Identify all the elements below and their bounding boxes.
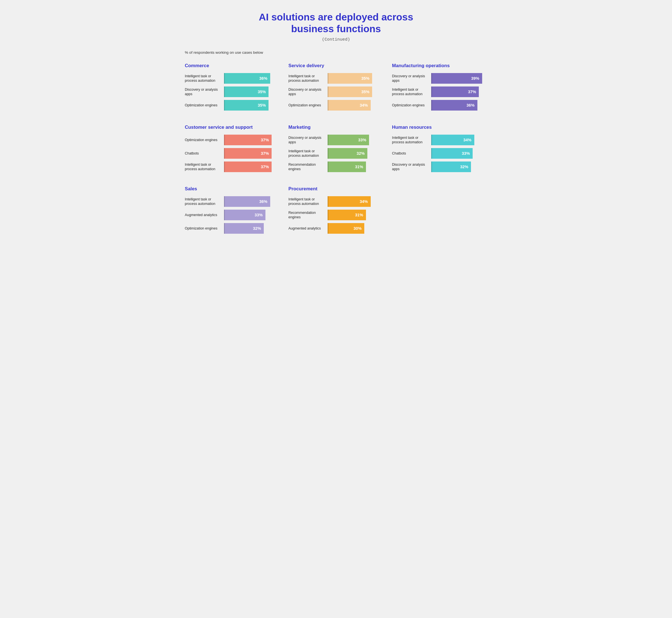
- bar-row: Intelligent task or process automation36…: [185, 196, 280, 207]
- bar-label: Discovery or analysis apps: [392, 74, 431, 83]
- bar: 36%: [224, 196, 270, 207]
- bar-value: 35%: [258, 90, 266, 94]
- bar-container: 30%: [327, 223, 384, 234]
- bar-container: 39%: [431, 73, 487, 84]
- bar-container: 33%: [224, 210, 280, 220]
- section-manufacturing-operations: Manufacturing operationsDiscovery or ana…: [392, 63, 487, 113]
- bar: 34%: [431, 135, 474, 145]
- bar-container: 33%: [431, 148, 487, 159]
- bar-label: Intelligent task or process automation: [288, 149, 327, 158]
- bar: 32%: [224, 223, 264, 234]
- bar-label: Discovery or analysis apps: [288, 135, 327, 144]
- bar-container: 32%: [327, 148, 384, 159]
- bar-label: Optimization engines: [185, 103, 224, 107]
- bar: 35%: [327, 73, 372, 84]
- section-title-customer-service: Customer service and support: [185, 124, 280, 130]
- bar-container: 37%: [224, 162, 280, 172]
- bar-label: Recommendation engines: [288, 210, 327, 219]
- bar-value: 34%: [463, 138, 472, 142]
- bar: 35%: [224, 87, 269, 97]
- page-title: AI solutions are deployed across busines…: [185, 11, 487, 35]
- section-sales: SalesIntelligent task or process automat…: [185, 186, 280, 236]
- bar-container: 36%: [224, 196, 280, 207]
- bar-label: Intelligent task or process automation: [392, 87, 431, 96]
- bar: 34%: [327, 100, 371, 111]
- bar: 30%: [327, 223, 364, 234]
- bar-row: Intelligent task or process automation37…: [392, 87, 487, 97]
- bar-label: Augmented analytics: [185, 213, 224, 217]
- bar-row: Chatbots37%: [185, 148, 280, 159]
- bar-row: Intelligent task or process automation37…: [185, 162, 280, 172]
- section-title-human-resources: Human resources: [392, 124, 487, 130]
- bar-label: Intelligent task or process automation: [392, 135, 431, 144]
- bar-row: Intelligent task or process automation32…: [288, 148, 384, 159]
- bar-row: Augmented analytics30%: [288, 223, 384, 234]
- section-title-sales: Sales: [185, 186, 280, 192]
- bar-row: Discovery or analysis apps33%: [288, 135, 384, 145]
- bar-value: 37%: [261, 151, 269, 156]
- bar-label: Optimization engines: [288, 103, 327, 107]
- bar-label: Optimization engines: [185, 138, 224, 142]
- bar-label: Chatbots: [392, 151, 431, 156]
- bar: 35%: [224, 100, 269, 111]
- subtitle: (Continued): [185, 37, 487, 42]
- bar-label: Intelligent task or process automation: [288, 74, 327, 83]
- bar-container: 37%: [224, 148, 280, 159]
- section-title-service-delivery: Service delivery: [288, 63, 384, 69]
- bar-value: 35%: [361, 90, 369, 94]
- bar-row: Recommendation engines31%: [288, 210, 384, 220]
- bar-value: 37%: [468, 90, 476, 94]
- section-commerce: CommerceIntelligent task or process auto…: [185, 63, 280, 113]
- bar-label: Intelligent task or process automation: [288, 197, 327, 206]
- bar-label: Augmented analytics: [288, 226, 327, 231]
- bar-container: 34%: [327, 196, 384, 207]
- bar: 39%: [431, 73, 482, 84]
- bar-row: Optimization engines32%: [185, 223, 280, 234]
- bar: 36%: [224, 73, 270, 84]
- bar-row: Augmented analytics33%: [185, 210, 280, 220]
- bar-row: Intelligent task or process automation36…: [185, 73, 280, 84]
- bar-row: Recommendation engines31%: [288, 162, 384, 172]
- bar-value: 32%: [253, 226, 261, 231]
- bar-value: 39%: [471, 76, 479, 81]
- bar-value: 32%: [357, 151, 365, 156]
- section-customer-service: Customer service and supportOptimization…: [185, 124, 280, 175]
- bar-row: Discovery or analysis apps39%: [392, 73, 487, 84]
- bar-row: Chatbots33%: [392, 148, 487, 159]
- bar-container: 37%: [431, 87, 487, 97]
- bar-row: Intelligent task or process automation34…: [288, 196, 384, 207]
- sections-grid: CommerceIntelligent task or process auto…: [185, 63, 487, 236]
- bar-container: 32%: [431, 162, 487, 172]
- bar-value: 33%: [462, 151, 470, 156]
- bar-label: Chatbots: [185, 151, 224, 156]
- bar: 35%: [327, 87, 372, 97]
- bar-value: 37%: [261, 165, 269, 169]
- bar-value: 35%: [361, 76, 369, 81]
- bar-value: 31%: [355, 213, 363, 217]
- section-human-resources: Human resourcesIntelligent task or proce…: [392, 124, 487, 175]
- section-procurement: ProcurementIntelligent task or process a…: [288, 186, 384, 236]
- section-service-delivery: Service deliveryIntelligent task or proc…: [288, 63, 384, 113]
- bar-container: 34%: [327, 100, 384, 111]
- bar-label: Recommendation engines: [288, 162, 327, 171]
- bar-row: Optimization engines35%: [185, 100, 280, 111]
- bar-container: 35%: [327, 87, 384, 97]
- bar-value: 33%: [255, 213, 263, 217]
- bar: 33%: [224, 210, 266, 220]
- bar-container: 33%: [327, 135, 384, 145]
- bar-value: 36%: [467, 103, 475, 107]
- bar-row: Discovery or analysis apps35%: [185, 87, 280, 97]
- bar-label: Discovery or analysis apps: [392, 162, 431, 171]
- bar-value: 32%: [460, 165, 468, 169]
- bar: 33%: [327, 135, 369, 145]
- bar-row: Optimization engines36%: [392, 100, 487, 111]
- bar-container: 32%: [224, 223, 280, 234]
- bar-label: Optimization engines: [392, 103, 431, 107]
- bar-container: 35%: [224, 100, 280, 111]
- bar-value: 31%: [355, 165, 363, 169]
- bar: 33%: [431, 148, 473, 159]
- bar-value: 35%: [258, 103, 266, 107]
- bar-value: 34%: [360, 103, 368, 107]
- bar-row: Intelligent task or process automation34…: [392, 135, 487, 145]
- bar: 37%: [224, 162, 272, 172]
